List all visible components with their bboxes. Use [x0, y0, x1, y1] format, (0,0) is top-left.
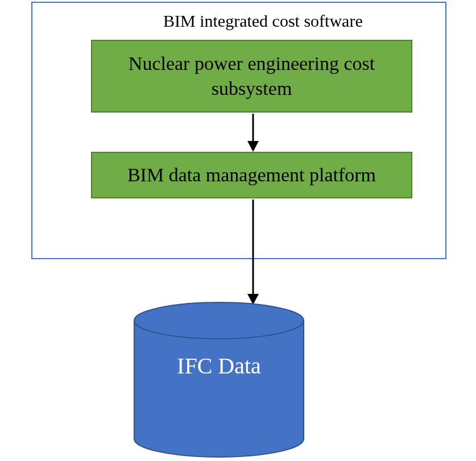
box-nuclear-cost-subsystem: Nuclear power engineering cost subsystem	[91, 40, 412, 113]
arrow-2-icon	[247, 200, 259, 305]
diagram-frame: BIM integrated cost software Nuclear pow…	[31, 2, 446, 259]
svg-point-8	[134, 302, 304, 339]
box-1-label: Nuclear power engineering cost subsystem	[98, 51, 405, 101]
cylinder-ifc-data	[133, 301, 305, 458]
container-title: BIM integrated cost software	[163, 11, 363, 31]
box-2-label: BIM data management platform	[127, 163, 376, 188]
arrow-1-icon	[247, 114, 259, 152]
box-bim-data-management: BIM data management platform	[91, 152, 412, 198]
cylinder-label: IFC Data	[133, 352, 305, 379]
svg-marker-1	[247, 141, 259, 152]
